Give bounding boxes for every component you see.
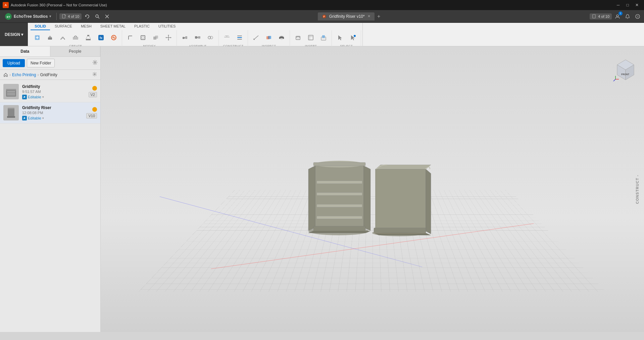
- svg-line-40: [185, 38, 185, 38]
- svg-rect-41: [195, 36, 197, 39]
- tab-sheet-metal[interactable]: SHEET METAL: [96, 23, 130, 30]
- refresh-button[interactable]: [83, 13, 92, 20]
- svg-rect-74: [6, 89, 16, 90]
- tag-arrow-0[interactable]: ▾: [42, 95, 44, 99]
- panel-settings-button[interactable]: [92, 60, 98, 66]
- breadcrumb-echo-printing[interactable]: Echo Printing: [12, 72, 36, 77]
- list-item[interactable]: Gridfinity 9:51:57 AM Editable ▾ V2: [0, 81, 100, 102]
- sweep-button[interactable]: [69, 32, 82, 44]
- offset-plane-button[interactable]: [221, 32, 233, 44]
- modify-tools: [124, 32, 175, 44]
- tag-arrow-1[interactable]: ▾: [42, 116, 44, 120]
- svg-rect-84: [317, 181, 362, 183]
- doc-tab-close-icon[interactable]: ✕: [367, 14, 370, 18]
- construct-tools: [221, 32, 246, 44]
- toolbar-group-construct: CONSTRUCT: [219, 30, 248, 48]
- close-button[interactable]: ✕: [633, 2, 641, 8]
- insert-mesh-button[interactable]: [292, 32, 304, 44]
- model-area: [295, 137, 436, 245]
- viewport-canvas[interactable]: FRONT CONSTRUCT -: [101, 46, 644, 332]
- help-button[interactable]: ?: [633, 12, 642, 21]
- minimize-button[interactable]: ─: [614, 2, 623, 8]
- inspect-tools: [250, 32, 288, 44]
- file-counter-2: 4 of 10: [590, 13, 612, 19]
- app-bar: ET EchoTree Studios ▾ 4 of 10 F Gridfini…: [0, 10, 644, 23]
- editable-icon-0: [22, 95, 27, 99]
- upload-button[interactable]: Upload: [3, 59, 25, 67]
- close-doc-button[interactable]: [103, 13, 111, 20]
- coil-button[interactable]: [108, 32, 120, 44]
- tab-plastic[interactable]: PLASTIC: [130, 23, 154, 30]
- file-icon-2: [592, 14, 597, 19]
- file-item-right-1: V10: [86, 107, 97, 118]
- extrude-button[interactable]: [44, 32, 56, 44]
- svg-rect-49: [237, 36, 242, 36]
- joint-button[interactable]: [179, 32, 191, 44]
- panel-actions: Upload New Folder: [0, 57, 100, 70]
- svg-marker-34: [168, 35, 169, 36]
- notifications-button[interactable]: [623, 12, 632, 21]
- doc-tab-active[interactable]: F Gridfinity Riser v10* ✕: [318, 12, 375, 20]
- tab-bar: F Gridfinity Riser v10* ✕ +: [112, 12, 588, 21]
- add-tab-button[interactable]: +: [375, 12, 383, 21]
- app-logo[interactable]: ET EchoTree Studios ▾: [2, 13, 54, 20]
- tab-solid[interactable]: SOLID: [31, 23, 50, 30]
- svg-marker-75: [23, 96, 26, 98]
- new-component-button[interactable]: [31, 32, 43, 44]
- measure-button[interactable]: [250, 32, 262, 44]
- insert-tools: [292, 32, 330, 44]
- maximize-button[interactable]: □: [623, 2, 632, 8]
- logo-dropdown-arrow[interactable]: ▾: [49, 14, 51, 18]
- viewport[interactable]: FRONT CONSTRUCT -: [101, 46, 644, 332]
- svg-line-23: [86, 36, 87, 39]
- file-version-0[interactable]: V2: [89, 92, 97, 97]
- toolbar-group-create: fx CREATE: [29, 30, 122, 48]
- file-version-1[interactable]: V10: [86, 113, 97, 118]
- tab-mesh[interactable]: MESH: [77, 23, 96, 30]
- app-logo-icon: A: [3, 2, 9, 8]
- search-icon: [95, 14, 100, 19]
- breadcrumb-gridfinity: GridFinity: [40, 72, 57, 77]
- design-mode-button[interactable]: DESIGN ▾: [0, 23, 28, 46]
- fusion-tab-icon: F: [322, 14, 327, 19]
- fx-button[interactable]: fx: [95, 32, 107, 44]
- svg-rect-46: [224, 37, 230, 37]
- toolbar-group-select: SELECT: [332, 30, 361, 48]
- svg-text:ET: ET: [7, 15, 10, 18]
- zebra-button[interactable]: [276, 32, 288, 44]
- select-filter-button[interactable]: [347, 32, 359, 44]
- rigid-group-button[interactable]: [192, 32, 204, 44]
- title-bar-controls: ─ □ ✕: [614, 2, 641, 8]
- tag-label-1[interactable]: Editable: [28, 116, 41, 120]
- tab-utilities[interactable]: UTILITIES: [154, 23, 180, 30]
- tab-people[interactable]: People: [50, 46, 101, 56]
- svg-rect-83: [313, 162, 365, 165]
- tab-surface[interactable]: SURFACE: [51, 23, 76, 30]
- canvas-button[interactable]: [305, 32, 317, 44]
- view-cube[interactable]: FRONT: [610, 53, 637, 80]
- interference-button[interactable]: [263, 32, 275, 44]
- select-button[interactable]: [334, 32, 346, 44]
- svg-text:FRONT: FRONT: [621, 73, 630, 76]
- tab-data[interactable]: Data: [0, 46, 50, 56]
- file-date-0: 9:51:57 AM: [22, 90, 85, 94]
- rigid-group-icon: [194, 34, 201, 41]
- home-icon[interactable]: [3, 72, 8, 77]
- search-button[interactable]: [93, 13, 102, 20]
- midplane-button[interactable]: [234, 32, 246, 44]
- new-folder-button[interactable]: New Folder: [27, 59, 55, 67]
- fillet-button[interactable]: [124, 32, 136, 44]
- tag-label-0[interactable]: Editable: [28, 95, 41, 99]
- combine-button[interactable]: [150, 32, 162, 44]
- move-button[interactable]: [162, 32, 175, 44]
- toolbar-tabs: SOLID SURFACE MESH SHEET METAL PLASTIC U…: [29, 23, 361, 30]
- breadcrumb-settings-button[interactable]: [92, 72, 97, 78]
- list-item[interactable]: Gridfinity Riser 12:08:08 PM Editable ▾ …: [0, 102, 100, 124]
- svg-rect-60: [308, 35, 313, 40]
- loft-button[interactable]: [82, 32, 94, 44]
- motion-link-button[interactable]: [204, 32, 216, 44]
- shell-button[interactable]: [137, 32, 149, 44]
- revolve-button[interactable]: [57, 32, 69, 44]
- decal-button[interactable]: [317, 32, 330, 44]
- midplane-icon: [236, 34, 243, 41]
